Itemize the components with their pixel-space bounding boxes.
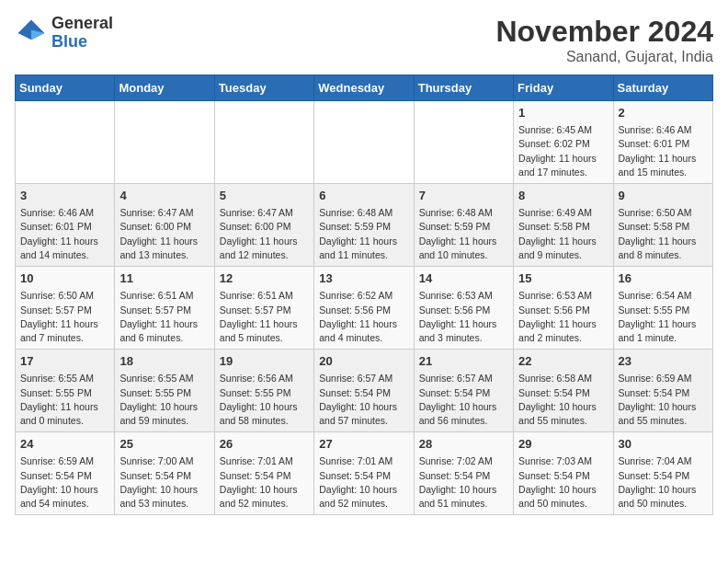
day-cell: 17Sunrise: 6:55 AM Sunset: 5:55 PM Dayli… xyxy=(16,350,115,432)
week-row-3: 10Sunrise: 6:50 AM Sunset: 5:57 PM Dayli… xyxy=(16,267,713,350)
day-number: 23 xyxy=(619,353,708,370)
day-cell: 16Sunrise: 6:54 AM Sunset: 5:55 PM Dayli… xyxy=(613,267,712,350)
day-info: Sunrise: 6:46 AM Sunset: 6:01 PM Dayligh… xyxy=(20,206,109,262)
day-info: Sunrise: 7:04 AM Sunset: 5:54 PM Dayligh… xyxy=(619,454,708,511)
day-cell: 2Sunrise: 6:46 AM Sunset: 6:01 PM Daylig… xyxy=(613,101,712,184)
weekday-header-saturday: Saturday xyxy=(613,75,712,101)
calendar-table: SundayMondayTuesdayWednesdayThursdayFrid… xyxy=(15,75,713,515)
day-number: 1 xyxy=(518,105,608,121)
logo-general-text: General xyxy=(51,15,113,33)
day-info: Sunrise: 6:59 AM Sunset: 5:54 PM Dayligh… xyxy=(20,454,109,511)
day-info: Sunrise: 6:51 AM Sunset: 5:57 PM Dayligh… xyxy=(119,289,209,345)
day-cell: 14Sunrise: 6:53 AM Sunset: 5:56 PM Dayli… xyxy=(414,267,513,350)
day-info: Sunrise: 6:46 AM Sunset: 6:01 PM Dayligh… xyxy=(619,123,708,179)
logo-icon xyxy=(15,17,48,50)
day-info: Sunrise: 6:48 AM Sunset: 5:59 PM Dayligh… xyxy=(419,206,508,262)
day-info: Sunrise: 6:54 AM Sunset: 5:55 PM Dayligh… xyxy=(619,289,708,345)
day-info: Sunrise: 7:01 AM Sunset: 5:54 PM Dayligh… xyxy=(220,454,309,511)
day-cell: 18Sunrise: 6:55 AM Sunset: 5:55 PM Dayli… xyxy=(115,350,214,432)
weekday-header-monday: Monday xyxy=(115,75,214,101)
day-info: Sunrise: 6:47 AM Sunset: 6:00 PM Dayligh… xyxy=(119,206,209,262)
weekday-header-sunday: Sunday xyxy=(16,75,115,101)
day-number: 14 xyxy=(419,270,508,287)
day-cell: 8Sunrise: 6:49 AM Sunset: 5:58 PM Daylig… xyxy=(514,184,613,267)
day-number: 5 xyxy=(220,188,309,204)
week-row-1: 1Sunrise: 6:45 AM Sunset: 6:02 PM Daylig… xyxy=(16,101,713,184)
weekday-header-thursday: Thursday xyxy=(414,75,513,101)
weekday-header-wednesday: Wednesday xyxy=(314,75,414,101)
day-cell: 25Sunrise: 7:00 AM Sunset: 5:54 PM Dayli… xyxy=(115,432,214,515)
day-cell: 12Sunrise: 6:51 AM Sunset: 5:57 PM Dayli… xyxy=(214,267,313,350)
day-number: 26 xyxy=(220,436,309,453)
logo-blue-text: Blue xyxy=(51,33,113,52)
day-number: 16 xyxy=(619,270,708,287)
day-info: Sunrise: 6:51 AM Sunset: 5:57 PM Dayligh… xyxy=(220,289,309,345)
day-info: Sunrise: 6:52 AM Sunset: 5:56 PM Dayligh… xyxy=(319,289,408,345)
day-info: Sunrise: 7:03 AM Sunset: 5:54 PM Dayligh… xyxy=(518,454,608,511)
day-info: Sunrise: 7:02 AM Sunset: 5:54 PM Dayligh… xyxy=(419,454,508,511)
day-cell: 9Sunrise: 6:50 AM Sunset: 5:58 PM Daylig… xyxy=(613,184,712,267)
day-info: Sunrise: 6:59 AM Sunset: 5:54 PM Dayligh… xyxy=(619,372,708,428)
day-cell: 30Sunrise: 7:04 AM Sunset: 5:54 PM Dayli… xyxy=(613,432,712,515)
day-number: 8 xyxy=(518,188,608,204)
calendar-title: November 2024 xyxy=(495,15,713,49)
day-info: Sunrise: 6:50 AM Sunset: 5:58 PM Dayligh… xyxy=(619,206,708,262)
day-number: 29 xyxy=(518,436,608,453)
day-cell xyxy=(16,101,115,184)
day-number: 3 xyxy=(20,188,109,204)
day-info: Sunrise: 6:57 AM Sunset: 5:54 PM Dayligh… xyxy=(419,372,508,428)
day-cell: 1Sunrise: 6:45 AM Sunset: 6:02 PM Daylig… xyxy=(514,101,613,184)
day-info: Sunrise: 6:55 AM Sunset: 5:55 PM Dayligh… xyxy=(20,372,109,428)
day-cell: 22Sunrise: 6:58 AM Sunset: 5:54 PM Dayli… xyxy=(514,350,613,432)
day-cell xyxy=(314,101,414,184)
day-cell: 5Sunrise: 6:47 AM Sunset: 6:00 PM Daylig… xyxy=(214,184,313,267)
header: General Blue November 2024 Sanand, Gujar… xyxy=(15,15,713,65)
day-number: 9 xyxy=(619,188,708,204)
day-info: Sunrise: 7:01 AM Sunset: 5:54 PM Dayligh… xyxy=(319,454,408,511)
day-number: 15 xyxy=(518,270,608,287)
day-info: Sunrise: 6:56 AM Sunset: 5:55 PM Dayligh… xyxy=(220,372,309,428)
day-number: 6 xyxy=(319,188,408,204)
day-info: Sunrise: 6:49 AM Sunset: 5:58 PM Dayligh… xyxy=(518,206,608,262)
day-info: Sunrise: 7:00 AM Sunset: 5:54 PM Dayligh… xyxy=(119,454,209,511)
calendar-header: SundayMondayTuesdayWednesdayThursdayFrid… xyxy=(16,75,713,101)
day-cell: 23Sunrise: 6:59 AM Sunset: 5:54 PM Dayli… xyxy=(613,350,712,432)
day-cell: 15Sunrise: 6:53 AM Sunset: 5:56 PM Dayli… xyxy=(514,267,613,350)
day-cell: 21Sunrise: 6:57 AM Sunset: 5:54 PM Dayli… xyxy=(414,350,513,432)
calendar-body: 1Sunrise: 6:45 AM Sunset: 6:02 PM Daylig… xyxy=(16,101,713,515)
day-cell: 4Sunrise: 6:47 AM Sunset: 6:00 PM Daylig… xyxy=(115,184,214,267)
day-info: Sunrise: 6:48 AM Sunset: 5:59 PM Dayligh… xyxy=(319,206,408,262)
day-info: Sunrise: 6:58 AM Sunset: 5:54 PM Dayligh… xyxy=(518,372,608,428)
day-number: 27 xyxy=(319,436,408,453)
day-number: 12 xyxy=(220,270,309,287)
day-number: 11 xyxy=(119,270,209,287)
day-cell: 7Sunrise: 6:48 AM Sunset: 5:59 PM Daylig… xyxy=(414,184,513,267)
day-cell: 3Sunrise: 6:46 AM Sunset: 6:01 PM Daylig… xyxy=(16,184,115,267)
day-cell: 26Sunrise: 7:01 AM Sunset: 5:54 PM Dayli… xyxy=(214,432,313,515)
day-info: Sunrise: 6:47 AM Sunset: 6:00 PM Dayligh… xyxy=(220,206,309,262)
title-area: November 2024 Sanand, Gujarat, India xyxy=(495,15,713,65)
day-info: Sunrise: 6:45 AM Sunset: 6:02 PM Dayligh… xyxy=(518,123,608,179)
week-row-2: 3Sunrise: 6:46 AM Sunset: 6:01 PM Daylig… xyxy=(16,184,713,267)
logo-text: General Blue xyxy=(51,15,113,52)
day-info: Sunrise: 6:55 AM Sunset: 5:55 PM Dayligh… xyxy=(119,372,209,428)
day-info: Sunrise: 6:53 AM Sunset: 5:56 PM Dayligh… xyxy=(518,289,608,345)
day-number: 17 xyxy=(20,353,109,370)
day-cell xyxy=(414,101,513,184)
calendar-subtitle: Sanand, Gujarat, India xyxy=(495,49,713,65)
day-cell: 20Sunrise: 6:57 AM Sunset: 5:54 PM Dayli… xyxy=(314,350,414,432)
day-number: 21 xyxy=(419,353,508,370)
weekday-row: SundayMondayTuesdayWednesdayThursdayFrid… xyxy=(16,75,713,101)
day-cell: 29Sunrise: 7:03 AM Sunset: 5:54 PM Dayli… xyxy=(514,432,613,515)
day-number: 10 xyxy=(20,270,109,287)
day-cell: 28Sunrise: 7:02 AM Sunset: 5:54 PM Dayli… xyxy=(414,432,513,515)
day-number: 28 xyxy=(419,436,508,453)
day-cell xyxy=(214,101,313,184)
day-info: Sunrise: 6:50 AM Sunset: 5:57 PM Dayligh… xyxy=(20,289,109,345)
day-number: 18 xyxy=(119,353,209,370)
day-number: 20 xyxy=(319,353,408,370)
day-cell: 11Sunrise: 6:51 AM Sunset: 5:57 PM Dayli… xyxy=(115,267,214,350)
day-cell xyxy=(115,101,214,184)
day-number: 2 xyxy=(619,105,708,121)
day-number: 30 xyxy=(619,436,708,453)
